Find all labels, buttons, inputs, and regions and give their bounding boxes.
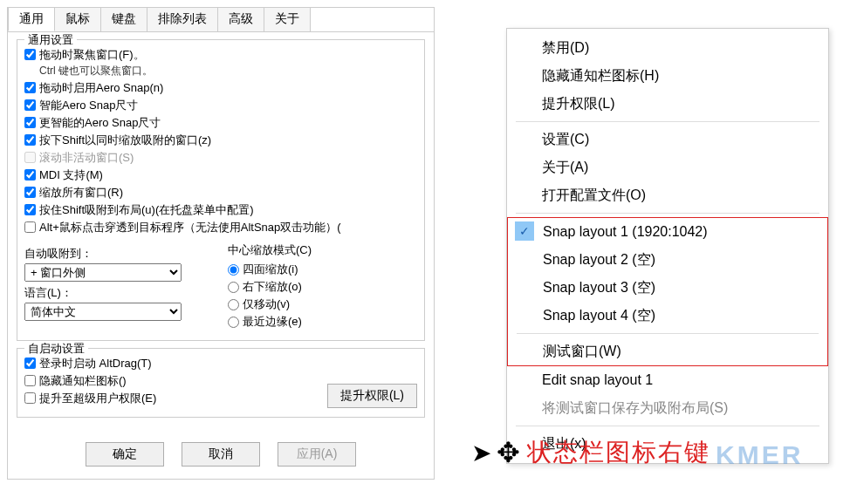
autostart-legend: 自启动设置 [24,341,88,357]
dialog-button-row: 确定 取消 应用(A) [8,432,434,479]
snap-layout-highlight: ✓Snap layout 1 (1920:1042) Snap layout 2… [507,217,828,366]
separator [517,333,819,334]
ctx-edit-layout[interactable]: Edit snap layout 1 [507,366,828,394]
opt-scroll-inactive: 滚动非活动窗口(S) [24,150,417,166]
separator [516,213,819,214]
opt-resize-all[interactable]: 缩放所有窗口(R) [24,185,417,201]
opt-smart-snap[interactable]: 智能Aero Snap尺寸 [24,98,417,113]
tab-keyboard[interactable]: 键盘 [100,7,147,31]
ctx-snap-4[interactable]: Snap layout 4 (空) [508,302,827,330]
opt-focus-on-drag[interactable]: 拖动时聚焦窗口(F)。Ctrl 键也可以聚焦窗口。 [24,47,417,78]
ctx-snap-1[interactable]: ✓Snap layout 1 (1920:1042) [508,218,827,246]
autostart-fieldset: 自启动设置 登录时启动 AltDrag(T) 隐藏通知栏图标() 提升至超级用户… [17,348,425,418]
ctx-disable[interactable]: 禁用(D) [507,34,828,62]
watermark-text: KMER [716,440,803,470]
ctx-snap-2[interactable]: Snap layout 2 (空) [508,246,827,274]
opt-start-login[interactable]: 登录时启动 AltDrag(T) [24,356,327,371]
general-fieldset: 通用设置 拖动时聚焦窗口(F)。Ctrl 键也可以聚焦窗口。 拖动时启用Aero… [17,39,425,341]
language-select[interactable]: 简体中文 [24,303,182,321]
opt-shift-scale[interactable]: 按下Shift以同时缩放吸附的窗口(z) [24,133,417,148]
language-label: 语言(L)： [24,285,214,301]
cursor-move-icon: ✥ [497,436,520,469]
ctx-snap-3[interactable]: Snap layout 3 (空) [508,274,827,302]
ctx-about[interactable]: 关于(A) [507,153,828,181]
cancel-button[interactable]: 取消 [182,442,260,467]
tray-context-menu: 禁用(D) 隐藏通知栏图标(H) 提升权限(L) 设置(C) 关于(A) 打开配… [506,28,829,464]
check-icon: ✓ [515,221,534,241]
auto-snap-select[interactable]: + 窗口外侧 [24,263,182,282]
ctx-elevate[interactable]: 提升权限(L) [507,90,828,118]
scale-mode-br[interactable]: 右下缩放(o) [228,279,417,295]
opt-alt-click-through[interactable]: Alt+鼠标点击穿透到目标程序（无法使用AltSnap双击功能）( [24,220,417,235]
opt-shift-layout[interactable]: 按住Shift吸附到布局(u)(在托盘菜单中配置) [24,202,417,218]
ok-button[interactable]: 确定 [86,442,164,467]
apply-button[interactable]: 应用(A) [278,442,356,467]
tab-general[interactable]: 通用 [8,7,55,31]
ctx-test-window[interactable]: 测试窗口(W) [508,337,827,365]
opt-elevate[interactable]: 提升至超级用户权限(E) [24,391,327,406]
separator [516,426,819,426]
annotation-text: 状态栏图标右键 [527,436,710,469]
cursor-arrow-icon: ➤ [471,439,491,467]
auto-snap-label: 自动吸附到： [24,246,214,262]
scale-mode-move[interactable]: 仅移动(v) [228,296,417,312]
tab-bar: 通用 鼠标 键盘 排除列表 高级 关于 [8,8,434,32]
scale-mode-edge[interactable]: 最近边缘(e) [228,314,417,330]
tab-about[interactable]: 关于 [264,7,311,31]
elevate-button[interactable]: 提升权限(L) [327,384,417,408]
opt-hide-tray[interactable]: 隐藏通知栏图标() [24,373,327,389]
ctx-open-config[interactable]: 打开配置文件(O) [507,181,828,209]
opt-mdi[interactable]: MDI 支持(M) [24,167,417,183]
scale-mode-label: 中心缩放模式(C) [228,242,417,258]
separator [516,121,819,122]
ctx-settings[interactable]: 设置(C) [507,126,828,153]
annotation-group: ➤ ✥ 状态栏图标右键 [471,436,710,469]
tab-advanced[interactable]: 高级 [217,7,264,31]
ctx-hide-tray[interactable]: 隐藏通知栏图标(H) [507,62,828,90]
ctx-save-test: 将测试窗口保存为吸附布局(S) [507,394,828,422]
opt-smarter-snap[interactable]: 更智能的Aero Snap尺寸 [24,115,417,131]
settings-dialog: 通用 鼠标 键盘 排除列表 高级 关于 通用设置 拖动时聚焦窗口(F)。Ctrl… [7,7,435,480]
tab-exclude[interactable]: 排除列表 [147,7,218,31]
opt-aero-snap[interactable]: 拖动时启用Aero Snap(n) [24,80,417,96]
general-legend: 通用设置 [24,32,77,48]
tab-mouse[interactable]: 鼠标 [54,7,101,31]
scale-mode-all[interactable]: 四面缩放(i) [228,262,417,277]
